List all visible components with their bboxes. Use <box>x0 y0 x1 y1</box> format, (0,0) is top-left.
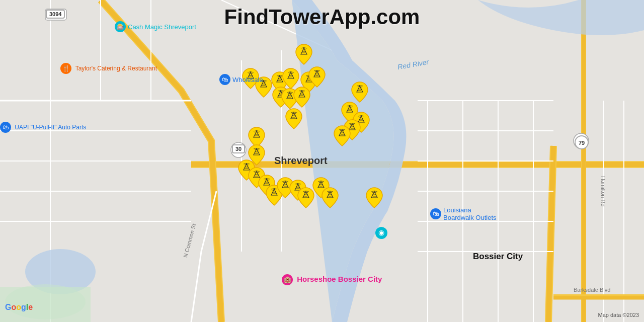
svg-text:◉: ◉ <box>378 228 384 236</box>
google-logo: Google <box>5 303 33 312</box>
tower-marker-15[interactable] <box>333 125 351 147</box>
bossier-city-label: Bossier City <box>473 252 523 262</box>
route-3094-badge: 3094 <box>46 10 65 19</box>
tower-marker-0[interactable] <box>295 43 313 65</box>
map-credit: Map data ©2023 <box>598 312 639 318</box>
route-79-badge: 79 <box>575 135 589 149</box>
tower-marker-26[interactable] <box>321 187 339 209</box>
tower-marker-10[interactable] <box>285 108 303 130</box>
barksdale-blvd-label: Barksdale Blvd <box>574 287 610 293</box>
uapi-label[interactable]: 🛍 UAPI "U-Pull-It" Auto Parts <box>0 122 86 133</box>
boardwalk-icon: 🛍 <box>430 208 441 219</box>
wholesale-label[interactable]: 🛍 Wholesale <box>219 74 263 85</box>
tower-marker-11[interactable] <box>351 81 369 103</box>
tower-marker-25[interactable] <box>297 187 315 209</box>
page-title: FindTowerApp.com <box>224 5 420 29</box>
cash-magic-icon: 🎰 <box>115 21 126 32</box>
teal-location-marker[interactable]: ◉ <box>375 226 388 242</box>
shreveport-label: Shreveport <box>274 155 328 167</box>
taylors-label[interactable]: 🍴 Taylor's Catering & Restaurant <box>60 63 157 74</box>
tower-marker-9[interactable] <box>293 86 311 108</box>
wholesale-icon: 🛍 <box>219 74 230 85</box>
horseshoe-label[interactable]: 🏨 Horseshoe Bossier City <box>282 274 382 285</box>
cash-magic-label[interactable]: 🎰 Cash Magic Shreveport <box>115 21 196 32</box>
restaurant-icon: 🍴 <box>60 63 71 74</box>
horseshoe-icon: 🏨 <box>282 274 293 285</box>
hamilton-rd-label: Hamilton Rd <box>600 176 606 207</box>
tower-marker-27[interactable] <box>365 187 383 209</box>
boardwalk-label[interactable]: 🛍 Louisiana Boardwalk Outlets <box>430 206 497 221</box>
tower-marker-6[interactable] <box>308 66 326 88</box>
svg-point-28 <box>5 284 86 319</box>
map-container[interactable]: FindTowerApp.com <box>0 0 644 322</box>
uapi-icon: 🛍 <box>0 122 11 133</box>
route-30-badge: 30 <box>232 144 245 153</box>
